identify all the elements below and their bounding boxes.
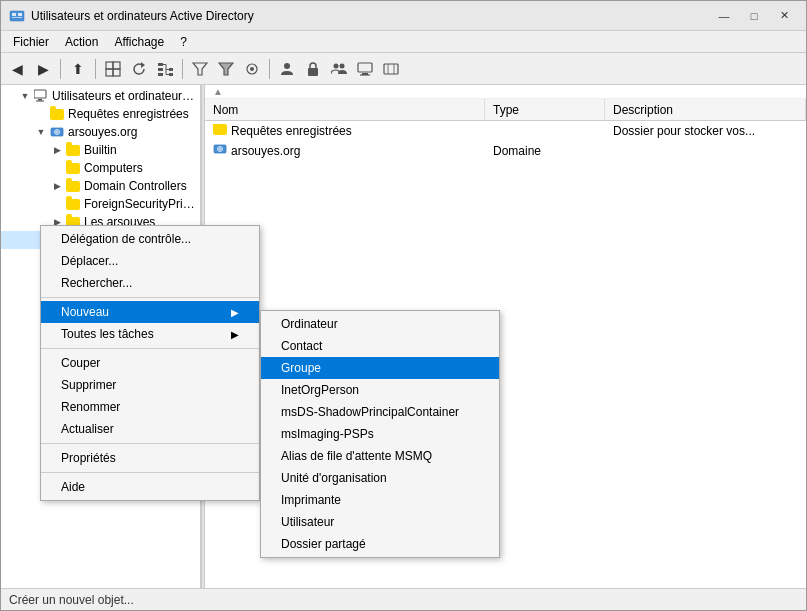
col-header-desc[interactable]: Description (605, 99, 806, 120)
computer-icon (33, 88, 49, 104)
svg-marker-8 (141, 62, 145, 68)
svg-rect-9 (158, 63, 163, 66)
ctx-aide[interactable]: Aide (41, 476, 259, 498)
toolbar-user[interactable] (275, 57, 299, 81)
tree-item-foreign-security[interactable]: ▶ ForeignSecurityPrincipals (1, 195, 200, 213)
ctx-rechercher[interactable]: Rechercher... (41, 272, 259, 294)
submenu-imprimante[interactable]: Imprimante (261, 489, 499, 511)
submenu-arrow: ▶ (231, 329, 239, 340)
svg-rect-3 (12, 17, 22, 18)
ctx-deplacer[interactable]: Déplacer... (41, 250, 259, 272)
ctx-proprietes[interactable]: Propriétés (41, 447, 259, 469)
ctx-delegation[interactable]: Délégation de contrôle... (41, 228, 259, 250)
svg-point-21 (250, 67, 254, 71)
submenu: Ordinateur Contact Groupe InetOrgPerson … (260, 310, 500, 558)
toolbar-sep-4 (269, 59, 270, 79)
svg-point-22 (284, 63, 290, 69)
ctx-nouveau[interactable]: Nouveau ▶ (41, 301, 259, 323)
menu-aide[interactable]: ? (172, 33, 195, 51)
list-row[interactable]: Requêtes enregistrées Dossier pour stock… (205, 121, 806, 141)
tree-label-fsp: ForeignSecurityPrincipals (84, 197, 200, 211)
menu-action[interactable]: Action (57, 33, 106, 51)
toolbar-map[interactable] (379, 57, 403, 81)
toolbar-computer[interactable] (353, 57, 377, 81)
submenu-contact[interactable]: Contact (261, 335, 499, 357)
window-title: Utilisateurs et ordinateurs Active Direc… (31, 9, 710, 23)
submenu-dossier-partage[interactable]: Dossier partagé (261, 533, 499, 555)
svg-rect-23 (308, 68, 318, 76)
main-window: Utilisateurs et ordinateurs Active Direc… (0, 0, 807, 611)
toolbar-tree[interactable] (153, 57, 177, 81)
submenu-inetorgperson[interactable]: InetOrgPerson (261, 379, 499, 401)
ctx-sep-4 (41, 472, 259, 473)
toolbar: ◀ ▶ ⬆ (1, 53, 806, 85)
menu-fichier[interactable]: Fichier (5, 33, 57, 51)
toolbar-forward[interactable]: ▶ (31, 57, 55, 81)
toolbar-btn3[interactable] (240, 57, 264, 81)
svg-marker-19 (219, 63, 233, 75)
svg-marker-18 (193, 63, 207, 75)
ctx-couper[interactable]: Couper (41, 352, 259, 374)
svg-rect-10 (158, 68, 163, 71)
submenu-ou[interactable]: Unité d'organisation (261, 467, 499, 489)
close-button[interactable]: ✕ (770, 6, 798, 26)
submenu-ordinateur[interactable]: Ordinateur (261, 313, 499, 335)
tree-expander-root[interactable]: ▼ (17, 88, 33, 104)
maximize-button[interactable]: □ (740, 6, 768, 26)
submenu-msimaging[interactable]: msImaging-PSPs (261, 423, 499, 445)
toolbar-refresh[interactable] (127, 57, 151, 81)
tree-expander-builtin[interactable]: ▶ (49, 142, 65, 158)
list-cell-desc: Dossier pour stocker vos... (605, 124, 806, 138)
submenu-alias-msmq[interactable]: Alias de file d'attente MSMQ (261, 445, 499, 467)
toolbar-group[interactable] (327, 57, 351, 81)
list-row[interactable]: arsouyes.org Domaine (205, 141, 806, 161)
tree-expander-arsouyes[interactable]: ▼ (33, 124, 49, 140)
tree-label-computers: Computers (84, 161, 143, 175)
ctx-renommer[interactable]: Renommer (41, 396, 259, 418)
tree-label-root: Utilisateurs et ordinateurs Active (52, 89, 200, 103)
toolbar-up[interactable]: ⬆ (66, 57, 90, 81)
row-folder-icon (213, 124, 227, 138)
ctx-actualiser[interactable]: Actualiser (41, 418, 259, 440)
svg-rect-29 (384, 64, 398, 74)
submenu-groupe[interactable]: Groupe (261, 357, 499, 379)
tree-item-computers[interactable]: ▶ Computers (1, 159, 200, 177)
app-icon (9, 8, 25, 24)
toolbar-back[interactable]: ◀ (5, 57, 29, 81)
svg-rect-33 (38, 99, 42, 101)
toolbar-filter[interactable] (188, 57, 212, 81)
tree-expander-dc[interactable]: ▶ (49, 178, 65, 194)
list-cell-name: arsouyes.org (205, 142, 485, 159)
tree-label-dc: Domain Controllers (84, 179, 187, 193)
svg-rect-4 (106, 62, 113, 69)
toolbar-btn2[interactable] (214, 57, 238, 81)
svg-rect-1 (12, 13, 16, 16)
tree-item-domain-controllers[interactable]: ▶ Domain Controllers (1, 177, 200, 195)
ctx-sep-2 (41, 348, 259, 349)
col-header-type[interactable]: Type (485, 99, 605, 120)
svg-rect-6 (106, 69, 113, 76)
ctx-sep-3 (41, 443, 259, 444)
submenu-msds-shadow[interactable]: msDS-ShadowPrincipalContainer (261, 401, 499, 423)
list-header: Nom Type Description (205, 99, 806, 121)
svg-rect-7 (113, 69, 120, 76)
tree-item-root[interactable]: ▼ Utilisateurs et ordinateurs Active (1, 87, 200, 105)
svg-rect-11 (158, 73, 163, 76)
ctx-supprimer[interactable]: Supprimer (41, 374, 259, 396)
menu-affichage[interactable]: Affichage (106, 33, 172, 51)
tree-label-builtin: Builtin (84, 143, 117, 157)
toolbar-lock[interactable] (301, 57, 325, 81)
ctx-toutes-taches[interactable]: Toutes les tâches ▶ (41, 323, 259, 345)
minimize-button[interactable]: — (710, 6, 738, 26)
list-cell-type: Domaine (485, 144, 605, 158)
menu-bar: Fichier Action Affichage ? (1, 31, 806, 53)
ctx-sep-1 (41, 297, 259, 298)
col-header-nom[interactable]: Nom (205, 99, 485, 120)
tree-item-builtin[interactable]: ▶ Builtin (1, 141, 200, 159)
tree-item-arsouyes[interactable]: ▼ arsouyes.org (1, 123, 200, 141)
submenu-utilisateur[interactable]: Utilisateur (261, 511, 499, 533)
toolbar-sep-2 (95, 59, 96, 79)
toolbar-show-hide[interactable] (101, 57, 125, 81)
window-controls: — □ ✕ (710, 6, 798, 26)
tree-item-saved-queries[interactable]: ▶ Requêtes enregistrées (1, 105, 200, 123)
